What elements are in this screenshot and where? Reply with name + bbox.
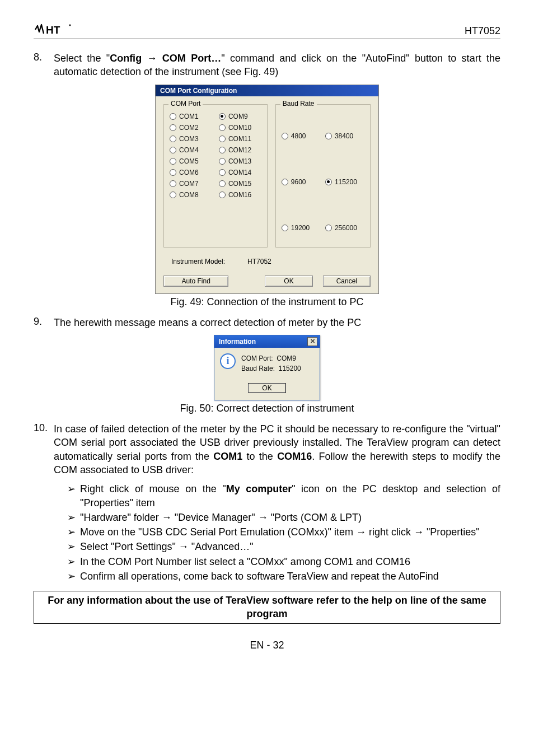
dialog-titlebar: Information ✕ (214, 335, 320, 348)
bullet-item: ➢Confirm all operations, come back to so… (67, 570, 500, 583)
figure-caption: Fig. 49: Connection of the instrument to… (34, 296, 500, 308)
list-num: 10. (34, 422, 48, 477)
bullet-icon: ➢ (67, 570, 76, 583)
bullet-item: ➢"Hardware" folder → "Device Manager" → … (67, 511, 500, 524)
text: Select the " (54, 53, 110, 64)
radio-baud-19200[interactable]: 19200 (282, 224, 321, 232)
bullet-icon: ➢ (67, 540, 76, 553)
radio-com13[interactable]: COM13 (219, 157, 261, 165)
page-header: HT HT7052 (34, 22, 500, 39)
bullet-item: ➢In the COM Port Number list select a "C… (67, 555, 500, 568)
bullet-text: Right click of mouse on the "My computer… (80, 482, 500, 510)
radio-com6[interactable]: COM6 (170, 169, 212, 176)
group-legend: COM Port (168, 100, 203, 108)
bold: COM1 (213, 451, 242, 462)
radio-label: COM2 (179, 124, 199, 132)
radio-label: COM11 (228, 135, 251, 143)
instrument-model-label: Instrument Model: (171, 258, 225, 265)
value: COM9 (277, 354, 296, 362)
information-dialog: Information ✕ i COM Port: COM9 Baud Rate… (214, 335, 320, 400)
radio-icon (170, 192, 176, 198)
bold: COM Port… (157, 53, 221, 64)
com-port-dialog: COM Port Configuration COM Port COM1COM9… (155, 85, 379, 294)
radio-icon (170, 169, 176, 176)
group-legend: Baud Rate (280, 100, 317, 108)
radio-label: COM15 (228, 180, 251, 188)
list-text: The herewith message means a correct det… (54, 316, 500, 329)
bullet-icon: ➢ (67, 511, 76, 524)
radio-baud-115200[interactable]: 115200 (325, 178, 364, 186)
radio-com11[interactable]: COM11 (219, 135, 261, 143)
radio-com7[interactable]: COM7 (170, 180, 212, 188)
radio-com9[interactable]: COM9 (219, 113, 261, 120)
radio-com14[interactable]: COM14 (219, 169, 261, 176)
radio-com15[interactable]: COM15 (219, 180, 261, 188)
info-icon: i (220, 353, 236, 369)
radio-icon (170, 180, 176, 187)
auto-find-button[interactable]: Auto Find (163, 276, 228, 287)
radio-baud-256000[interactable]: 256000 (325, 224, 364, 232)
radio-label: COM14 (228, 169, 251, 176)
radio-icon (219, 192, 226, 198)
bullet-icon: ➢ (67, 482, 76, 510)
radio-label: COM5 (179, 157, 199, 165)
list-num: 8. (34, 52, 48, 79)
list-text: In case of failed detection of the meter… (54, 422, 500, 477)
radio-icon (325, 133, 332, 139)
radio-baud-4800[interactable]: 4800 (282, 132, 321, 140)
radio-label: COM16 (228, 191, 251, 199)
radio-com12[interactable]: COM12 (219, 146, 261, 154)
note-box: For any information about the use of Ter… (34, 591, 500, 624)
ok-button[interactable]: OK (265, 276, 312, 287)
radio-icon (219, 147, 226, 153)
ok-button[interactable]: OK (248, 383, 286, 393)
value: 115200 (279, 365, 301, 372)
radio-icon (219, 169, 226, 176)
radio-icon (219, 180, 226, 187)
radio-com5[interactable]: COM5 (170, 157, 212, 165)
svg-point-2 (69, 25, 71, 26)
dialog-titlebar: COM Port Configuration (156, 85, 378, 96)
bullet-icon: ➢ (67, 525, 76, 539)
list-item-9: 9. The herewith message means a correct … (34, 316, 500, 329)
radio-com16[interactable]: COM16 (219, 191, 261, 199)
cancel-button[interactable]: Cancel (323, 276, 371, 287)
radio-icon (282, 179, 288, 185)
radio-com8[interactable]: COM8 (170, 191, 212, 199)
bullet-text: In the COM Port Number list select a "CO… (80, 555, 500, 568)
list-text: Select the "Config → COM Port…" command … (54, 52, 500, 79)
bullet-text: "Hardware" folder → "Device Manager" → "… (80, 511, 500, 524)
list-item-10: 10. In case of failed detection of the m… (34, 422, 500, 477)
list-item-8: 8. Select the "Config → COM Port…" comma… (34, 52, 500, 79)
radio-icon (219, 124, 226, 131)
radio-label: COM3 (179, 135, 199, 143)
bullet-text: Select "Port Settings" → "Advanced…" (80, 540, 500, 553)
radio-icon (170, 147, 176, 153)
radio-label: COM6 (179, 169, 199, 176)
radio-label: COM10 (228, 124, 251, 132)
dialog-title: Information (219, 338, 256, 346)
radio-baud-38400[interactable]: 38400 (325, 132, 364, 140)
radio-icon (282, 225, 288, 231)
radio-icon (282, 133, 288, 139)
close-icon[interactable]: ✕ (307, 337, 317, 346)
radio-label: COM12 (228, 146, 251, 154)
radio-label: 38400 (335, 132, 353, 140)
radio-com3[interactable]: COM3 (170, 135, 212, 143)
radio-label: 4800 (291, 132, 306, 140)
radio-com10[interactable]: COM10 (219, 124, 261, 132)
text: to the (242, 451, 277, 462)
radio-label: COM13 (228, 157, 251, 165)
radio-icon (170, 158, 176, 165)
radio-com4[interactable]: COM4 (170, 146, 212, 154)
radio-com1[interactable]: COM1 (170, 113, 212, 120)
bullet-text: Confirm all operations, come back to sof… (80, 570, 500, 583)
radio-com2[interactable]: COM2 (170, 124, 212, 132)
bullet-text: Move on the "USB CDC Serial Port Emulati… (80, 525, 500, 539)
radio-label: 9600 (291, 178, 306, 186)
arrow-icon: → (147, 53, 157, 64)
radio-baud-9600[interactable]: 9600 (282, 178, 321, 186)
radio-icon (325, 225, 332, 231)
figure-caption: Fig. 50: Correct detection of instrument (34, 403, 500, 414)
bold: Config (110, 53, 147, 64)
